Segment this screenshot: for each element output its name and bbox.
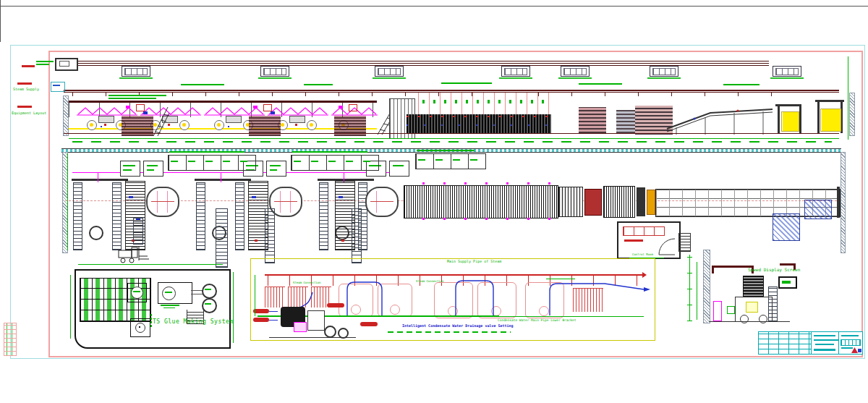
condensate-pump — [338, 328, 349, 339]
floor-line — [709, 321, 790, 322]
equipment-cell-row — [168, 155, 256, 171]
yellow-pad — [90, 123, 93, 127]
mixer-box-large — [158, 282, 192, 304]
revision-strip — [4, 323, 17, 356]
label-box — [266, 161, 286, 177]
mixer-circle — [162, 287, 176, 300]
plan-right-wall — [841, 152, 846, 253]
mixer-glyph — [165, 292, 172, 293]
tank-glyph — [205, 289, 211, 290]
right-wall-hatch — [849, 93, 855, 136]
stacker-post — [817, 101, 820, 133]
cutoff-unit-plan — [603, 186, 635, 218]
top-trim-line — [0, 6, 868, 7]
label-glyphs — [123, 165, 135, 166]
glue-pump-box — [130, 318, 150, 337]
title-text — [815, 344, 834, 345]
single-facer-elevation — [334, 103, 366, 136]
roll-line — [290, 191, 291, 213]
red-dot — [295, 124, 297, 126]
callout-pill — [360, 322, 378, 326]
row-caption — [292, 151, 367, 153]
stand-column — [319, 182, 328, 250]
annotation-dash — [441, 82, 492, 84]
blue-dot — [101, 126, 102, 127]
forklift-icon — [116, 243, 150, 265]
condensate-main-green-thin — [499, 316, 644, 317]
annotation-dash — [723, 84, 760, 85]
bridge-conveyor-plan — [352, 208, 362, 263]
steam-supply-label: Steam Supply — [13, 88, 39, 91]
mixer-caption — [163, 307, 175, 308]
magenta-tank — [294, 322, 307, 332]
steam-connection-label: Steam Connection — [416, 280, 444, 283]
steam-drop-pipes — [418, 93, 550, 116]
title-text — [814, 339, 838, 341]
drainage-subnote — [388, 331, 511, 333]
dim-text-row — [72, 141, 832, 143]
left-wall-hatch — [63, 96, 69, 136]
roll-line — [167, 191, 168, 213]
bracket-hook — [712, 266, 714, 273]
drum — [226, 116, 242, 123]
ground-line — [64, 133, 839, 134]
machine-base — [735, 297, 773, 322]
magenta-drop — [98, 172, 98, 182]
elevation-mark — [17, 106, 32, 108]
blue-mark — [252, 196, 256, 198]
drawing-sheet: Steam Supply Equipment Layout — [0, 0, 868, 403]
paper-stack — [781, 111, 799, 132]
conveyor-end-cap — [837, 187, 840, 218]
roll-plan-circle — [89, 226, 103, 240]
magenta-tick-row — [404, 182, 557, 184]
elev-tag-box — [51, 82, 65, 92]
stand-beam — [72, 179, 128, 181]
annotation-dash — [36, 64, 49, 65]
access-ladder — [768, 287, 778, 322]
yellow-pad — [310, 123, 313, 127]
title-divider — [811, 332, 812, 354]
title-text-bold — [814, 349, 835, 351]
glue-dim-left — [70, 275, 71, 339]
plan-left-dim — [67, 153, 68, 250]
yellow-pad — [182, 123, 186, 127]
busbar-end-inner — [59, 61, 69, 67]
power-busbar — [69, 61, 769, 66]
room-code — [624, 239, 643, 242]
base-roller — [759, 315, 767, 323]
power-drop-box — [260, 66, 289, 77]
room-steps — [678, 233, 691, 252]
row-caption — [417, 150, 475, 151]
yellow-unit — [647, 190, 655, 215]
tank-glyph — [205, 303, 211, 305]
elev-tag-dash — [53, 85, 60, 86]
magenta-tick-row — [404, 218, 557, 220]
red-mark — [255, 239, 258, 242]
vertical-caption — [150, 313, 152, 327]
condensate-main-label: Condensate Water Main Pipe Lower Bracket — [498, 319, 576, 323]
dark-unit — [637, 187, 645, 216]
mixer-caption — [161, 305, 179, 306]
blue-mark — [129, 196, 133, 198]
magenta-tick — [253, 106, 258, 109]
wall-column-hatch — [703, 250, 710, 323]
title-text — [841, 347, 853, 349]
callout-leader — [269, 311, 278, 312]
drainage-system-title: Intelligent Condensate Water Drainage va… — [402, 324, 514, 328]
red-box — [349, 104, 357, 111]
label-glyphs — [270, 165, 281, 166]
bridge-conveyor-plan — [133, 217, 143, 245]
company-logo-blue — [858, 349, 861, 352]
stand-column — [73, 182, 82, 250]
red-dot — [104, 124, 106, 126]
steam-connection-label: Steam Connection — [293, 281, 321, 284]
title-text — [841, 335, 859, 336]
yellow-pad — [217, 123, 221, 127]
condensate-pump — [324, 326, 336, 338]
yellow-panel — [746, 302, 758, 313]
display-glyphs — [782, 281, 791, 284]
equipment-layout-label: Equipment Layout — [12, 111, 46, 115]
power-drop-box — [501, 66, 530, 77]
pipe-note-line — [109, 98, 156, 99]
pump-dot — [139, 326, 140, 328]
